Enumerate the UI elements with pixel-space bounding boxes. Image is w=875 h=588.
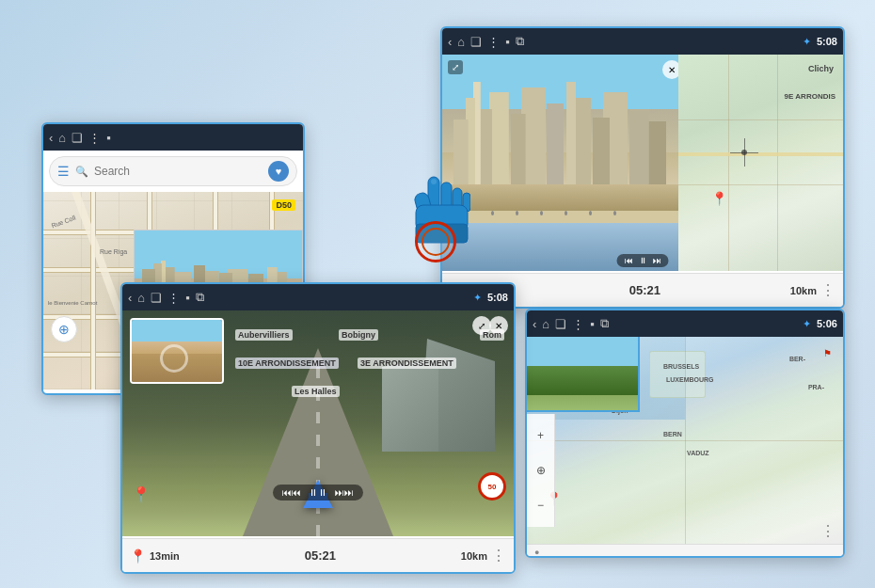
city-3e: 3E ARRONDISSEMENT bbox=[358, 358, 456, 369]
screen3-topbar: ✦ 5:08 bbox=[442, 28, 843, 55]
city-bern: BERN bbox=[663, 431, 682, 437]
copy-icon-4[interactable] bbox=[600, 316, 609, 331]
photo-inset-mosque bbox=[130, 318, 224, 384]
dots-icon[interactable] bbox=[88, 131, 101, 145]
sd-icon-4[interactable] bbox=[590, 317, 595, 331]
svg-rect-7 bbox=[431, 179, 437, 184]
back-icon[interactable] bbox=[49, 131, 53, 145]
city-clichy: Clichy bbox=[808, 64, 834, 73]
more-icon[interactable]: ⋮ bbox=[491, 547, 506, 564]
screen3-streetview: ✦ 5:08 bbox=[440, 26, 845, 309]
home-icon[interactable] bbox=[58, 131, 66, 145]
map-location-dot: 📍 bbox=[711, 191, 727, 206]
zoom-out-button[interactable]: − bbox=[537, 499, 544, 512]
window-icon[interactable] bbox=[72, 131, 83, 145]
city-vaduz: VADUZ bbox=[687, 450, 709, 456]
benelux-outline bbox=[649, 351, 706, 398]
map-line-v1 bbox=[728, 55, 729, 271]
window-icon-4[interactable] bbox=[555, 317, 566, 331]
nav-clock: 05:21 bbox=[183, 548, 457, 563]
city-leshalles: Les Halles bbox=[292, 386, 340, 397]
screen2-nav-bottom: 📍 13min 05:21 10km ⋮ bbox=[122, 538, 514, 572]
screen1-topbar bbox=[43, 124, 303, 151]
map-line-h2 bbox=[678, 184, 843, 185]
map-line-h1 bbox=[678, 119, 843, 120]
screen2-map-area: ⤢ ✕ Aubervilliers Bobigny Rom 10E ARROND… bbox=[122, 310, 514, 536]
search-input[interactable] bbox=[94, 165, 262, 178]
hamburger-icon[interactable]: ☰ bbox=[57, 164, 70, 179]
nav-pin-icon: 📍 bbox=[130, 548, 146, 564]
sd-icon-2[interactable] bbox=[185, 291, 190, 305]
screen4-bottom-bar: ● bbox=[527, 544, 843, 558]
map-line-v2 bbox=[777, 55, 778, 271]
copy-icon-3[interactable] bbox=[516, 34, 524, 49]
more-icon-3[interactable]: ⋮ bbox=[820, 281, 835, 299]
skyline-wide bbox=[442, 76, 687, 184]
s3-pause-button[interactable]: ⏸ bbox=[639, 256, 647, 265]
dots-icon-4[interactable] bbox=[572, 317, 584, 331]
photo-inset-palm bbox=[527, 337, 640, 412]
street-view-photo: ⤢ ✕ bbox=[442, 55, 687, 271]
scroll-ring-indicator bbox=[415, 221, 456, 262]
target-icon: ⊕ bbox=[58, 322, 70, 337]
screen4-map-area: France PARIS BRUSSELS LUXEMBOURG BER- PR… bbox=[527, 337, 843, 544]
screen3-map-area: ⤢ ✕ Clichy 9E ARRONDIS 📍 ⏮ bbox=[442, 55, 843, 271]
city-aubervilliers: Aubervilliers bbox=[235, 329, 293, 341]
time-display-4: 5:06 bbox=[817, 318, 837, 329]
home-icon-3[interactable] bbox=[457, 35, 465, 49]
city-pra: PRA- bbox=[808, 384, 824, 390]
bt-icon-4: ✦ bbox=[803, 318, 811, 330]
sd-icon-3[interactable] bbox=[505, 35, 510, 49]
location-button[interactable]: ⊕ bbox=[51, 316, 77, 342]
home-icon-4[interactable] bbox=[542, 317, 549, 331]
pause-button[interactable]: ⏸ bbox=[309, 487, 327, 498]
palm-photo bbox=[527, 337, 638, 410]
road-v1 bbox=[90, 192, 96, 389]
screen4-europe-map: ✦ 5:06 France PARIS BRUSSELS LUXEMBOURG … bbox=[525, 309, 845, 558]
time-display-2: 5:08 bbox=[487, 292, 508, 303]
time-display-3: 5:08 bbox=[817, 36, 837, 47]
window-icon-3[interactable] bbox=[470, 35, 482, 49]
dots-icon-2[interactable] bbox=[167, 291, 180, 305]
dubai-wide-photo bbox=[442, 55, 687, 271]
screen4-status: ● bbox=[534, 548, 539, 557]
sd-icon[interactable] bbox=[106, 131, 111, 145]
city-bobigny: Bobigny bbox=[339, 329, 378, 341]
screen4-more[interactable]: ⋮ bbox=[820, 522, 835, 540]
home-icon-2[interactable] bbox=[137, 291, 145, 305]
skip-button[interactable]: ⏭ bbox=[335, 487, 354, 498]
back-icon-3[interactable] bbox=[448, 35, 452, 49]
back-icon-2[interactable] bbox=[128, 291, 132, 305]
back-icon-4[interactable] bbox=[533, 317, 536, 331]
zoom-in-button[interactable]: + bbox=[537, 429, 544, 442]
more-dots-4[interactable]: ⋮ bbox=[820, 523, 835, 539]
play-controls: ⏮ ⏸ ⏭ bbox=[273, 485, 363, 501]
flag-icon: ⚑ bbox=[823, 348, 832, 358]
city-9e: 9E ARRONDIS bbox=[785, 92, 835, 101]
copy-icon-2[interactable] bbox=[196, 290, 204, 305]
bt-icon-2: ✦ bbox=[473, 292, 482, 304]
s3-prev-button[interactable]: ⏮ bbox=[625, 256, 633, 265]
d50-badge: D50 bbox=[272, 199, 295, 211]
crosshair-tool[interactable]: ⊕ bbox=[536, 464, 546, 477]
nav-distance: 10km bbox=[461, 550, 487, 562]
screen4-topbar: ✦ 5:06 bbox=[527, 310, 843, 337]
map-toolbar: + ⊕ − bbox=[527, 414, 555, 527]
street-label-3: le Bienvenie Carnot bbox=[48, 300, 97, 306]
paris-road bbox=[678, 152, 843, 156]
city-luxembourg: LUXEMBOURG bbox=[666, 376, 714, 383]
dots-icon-3[interactable] bbox=[487, 35, 500, 49]
prev-button[interactable]: ⏮ bbox=[282, 487, 301, 498]
nav-clock-3: 05:21 bbox=[503, 283, 787, 297]
nav-eta: 13min bbox=[150, 550, 180, 562]
search-icon: 🔍 bbox=[75, 166, 88, 178]
expand-photo-button[interactable]: ⤢ bbox=[448, 60, 463, 74]
window-icon-2[interactable] bbox=[151, 291, 162, 305]
s3-skip-button[interactable]: ⏭ bbox=[653, 256, 661, 265]
screen3-play-controls: ⏮ ⏸ ⏭ bbox=[617, 254, 669, 267]
favorite-button[interactable]: ♥ bbox=[268, 161, 289, 182]
nav-distance-3: 10km bbox=[790, 285, 817, 296]
bt-icon-3: ✦ bbox=[803, 36, 811, 48]
city-rom: Rom bbox=[480, 329, 504, 341]
location-pin: 📍 bbox=[132, 485, 151, 503]
